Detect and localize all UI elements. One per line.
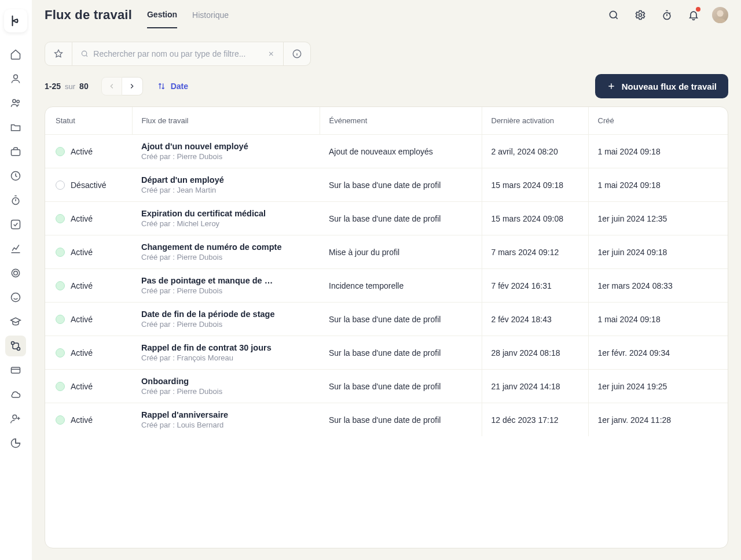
workflow-title: Ajout d'un nouvel employé [141,142,310,151]
workflow-last: 21 janv 2024 14:18 [482,370,588,403]
search-icon [80,49,89,58]
workflow-title: Onboarding [141,377,310,386]
nav-clock-icon[interactable] [5,165,26,186]
nav-target-icon[interactable] [5,263,26,283]
workflow-event: Mise à jour du profil [320,235,482,269]
status-label: Désactivé [71,180,106,190]
workflow-created: 1er juin 2024 09:18 [588,235,728,269]
workflow-last: 2 avril, 2024 08:20 [482,135,588,168]
svg-rect-6 [12,220,20,229]
clear-icon[interactable] [267,50,275,58]
nav-user-icon[interactable] [5,68,26,89]
stopwatch-icon[interactable] [659,7,675,23]
status-label: Activé [71,147,93,156]
workflow-title: Pas de pointage et manque de … [141,276,310,285]
nav-pie-icon[interactable] [5,433,26,454]
workflow-creator: Créé par : Pierre Dubois [141,320,310,329]
page-title: Flux de travail [45,8,132,23]
gear-icon[interactable] [632,7,648,23]
workflow-creator: Créé par : Michel Leroy [141,219,310,228]
workflow-event: Sur la base d'une date de profil [320,303,482,336]
nav-briefcase-icon[interactable] [5,141,26,162]
status-dot [56,281,65,290]
table-row[interactable]: Activé Rappel de fin de contrat 30 jours… [45,336,728,370]
workflow-creator: Créé par : Jean Martin [141,186,310,194]
nav-person-add-icon[interactable] [5,408,26,429]
workflow-creator: Créé par : Pierre Dubois [141,286,310,295]
chevron-left-icon [108,82,116,90]
table-row[interactable]: Activé Date de fin de la période de stag… [45,303,728,336]
sort-button[interactable]: Date [151,82,194,91]
nav-team-icon[interactable] [5,93,26,113]
topbar: Flux de travail Gestion Historique [32,0,741,30]
workflow-event: Ajout de nouveaux employés [320,135,482,168]
table-controls: 1-25 sur 80 Date Nouveau flux de travail [45,74,728,98]
search-field[interactable] [72,42,284,66]
favorite-filter-button[interactable] [45,42,72,66]
status-dot [56,382,65,391]
search-help-button[interactable] [284,42,311,66]
pagination-count: 1-25 sur 80 [45,82,89,91]
nav-workflow-icon[interactable] [5,336,26,356]
tab-history[interactable]: Historique [192,10,229,28]
tab-management[interactable]: Gestion [147,10,177,28]
svg-point-2 [17,100,19,102]
status-dot [56,415,65,425]
table-row[interactable]: Activé Changement de numéro de compte Cr… [45,235,728,269]
workflow-created: 1 mai 2024 09:18 [588,303,728,336]
nav-face-icon[interactable] [5,287,26,308]
notification-dot [696,7,700,12]
table-row[interactable]: Activé Pas de pointage et manque de … Cr… [45,269,728,303]
workflow-created: 1er janv. 2024 11:28 [588,403,728,437]
search-icon[interactable] [606,7,622,23]
table-row[interactable]: Désactivé Départ d'un employé Créé par :… [45,168,728,202]
pager-next-button[interactable] [122,77,143,95]
table-row[interactable]: Activé Expiration du certificat médical … [45,202,728,235]
nav-timer-icon[interactable] [5,190,26,211]
chevron-right-icon [128,82,136,90]
search-strip [45,42,728,66]
workflow-last: 15 mars 2024 09:08 [482,202,588,235]
workflow-last: 15 mars 2024 09:18 [482,168,588,202]
svg-point-8 [14,271,18,275]
table-row[interactable]: Activé Rappel d'anniversaire Créé par : … [45,403,728,437]
th-created: Créé [588,107,728,135]
workflow-title: Changement de numéro de compte [141,242,310,252]
nav-home-icon[interactable] [5,44,26,65]
avatar[interactable] [712,7,728,23]
nav-folder-icon[interactable] [5,117,26,138]
nav-graduation-icon[interactable] [5,311,26,332]
workflow-title: Date de fin de la période de stage [141,310,310,319]
status-label: Activé [71,415,93,425]
star-icon [53,49,64,59]
workflow-creator: Créé par : Pierre Dubois [141,152,310,161]
svg-point-15 [639,13,642,16]
workflow-last: 2 fév 2024 18:43 [482,303,588,336]
th-last: Dernière activation [482,107,588,135]
svg-point-1 [13,100,16,102]
nav-cloud-icon[interactable] [5,384,26,405]
workflow-table: Statut Flux de travail Événement Dernièr… [45,106,728,548]
th-status: Statut [45,107,132,135]
bell-icon[interactable] [685,7,702,23]
workflow-creator: Créé par : François Moreau [141,353,310,362]
status-dot [56,147,65,156]
svg-point-10 [12,342,14,345]
status-dot [56,214,65,223]
info-icon [292,49,302,59]
nav-card-icon[interactable] [5,360,26,381]
pagination-range: 1-25 [45,82,61,91]
workflow-event: Incidence temporelle [320,269,482,303]
svg-point-0 [14,75,18,79]
search-input[interactable] [93,49,267,58]
nav-check-icon[interactable] [5,214,26,235]
table-row[interactable]: Activé Ajout d'un nouvel employé Créé pa… [45,135,728,168]
app-logo[interactable] [4,9,27,32]
new-workflow-button[interactable]: Nouveau flux de travail [595,74,728,98]
workflow-title: Départ d'un employé [141,175,310,185]
svg-rect-12 [12,367,20,373]
nav-chart-icon[interactable] [5,238,26,259]
table-row[interactable]: Activé Onboarding Créé par : Pierre Dubo… [45,370,728,403]
status-label: Activé [71,248,93,257]
workflow-created: 1 mai 2024 09:18 [588,135,728,168]
